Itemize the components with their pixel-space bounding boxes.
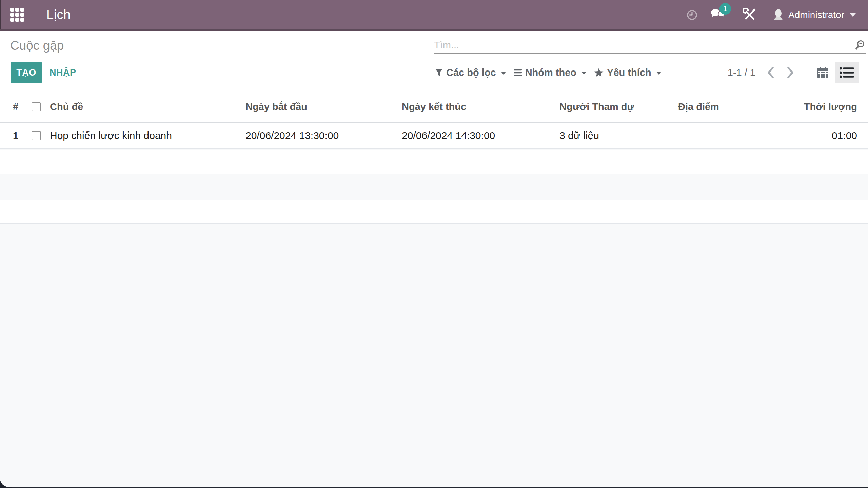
- messages-icon[interactable]: 1: [711, 8, 726, 21]
- favorites-button[interactable]: Yêu thích: [594, 67, 662, 78]
- pager-next-icon[interactable]: [787, 66, 794, 79]
- group-by-button[interactable]: Nhóm theo: [514, 67, 587, 78]
- developer-tools-icon[interactable]: [743, 8, 756, 21]
- empty-row: [0, 150, 868, 174]
- header-subject[interactable]: Chủ đề: [50, 101, 245, 113]
- pager-range: 1-1 / 1: [728, 67, 755, 78]
- import-button[interactable]: NHẬP: [50, 62, 76, 83]
- favorites-caret-icon: [656, 72, 662, 75]
- app-window: Lịch 1: [0, 0, 868, 488]
- row-index: 1: [0, 130, 28, 141]
- create-button[interactable]: TẠO: [11, 62, 42, 83]
- header-start-date[interactable]: Ngày bắt đầu: [245, 101, 402, 113]
- row-checkbox[interactable]: [32, 131, 41, 140]
- pager: 1-1 / 1: [728, 62, 859, 83]
- row-select: [28, 131, 50, 140]
- list-icon: [840, 67, 854, 78]
- pager-previous-icon[interactable]: [767, 66, 774, 79]
- app-title: Lịch: [46, 7, 71, 22]
- group-by-caret-icon: [581, 72, 587, 75]
- row-duration: 01:00: [797, 130, 868, 141]
- calendar-view-button[interactable]: [811, 62, 835, 83]
- list-view-button[interactable]: [835, 62, 859, 83]
- favorite-star-icon: [594, 68, 604, 77]
- header-select-all: [28, 102, 50, 111]
- empty-row: [0, 200, 868, 224]
- control-panel: Cuộc gặp TẠO NHẬP Các bộ lọc: [0, 30, 868, 92]
- list-header-row: # Chủ đề Ngày bắt đầu Ngày kết thúc Ngườ…: [0, 92, 868, 123]
- calendar-icon: [817, 67, 828, 78]
- user-menu-caret-icon: [850, 13, 856, 17]
- filter-funnel-icon: [435, 69, 443, 77]
- apps-menu-icon[interactable]: [10, 8, 24, 22]
- select-all-checkbox[interactable]: [32, 102, 41, 111]
- user-menu[interactable]: Administrator: [774, 9, 856, 20]
- message-count-badge: 1: [719, 3, 731, 15]
- table-row[interactable]: 1 Họp chiến lược kinh doanh 20/06/2024 1…: [0, 123, 868, 149]
- search-input[interactable]: [434, 38, 841, 52]
- row-end-date: 20/06/2024 14:30:00: [402, 130, 559, 141]
- header-end-date[interactable]: Ngày kết thúc: [402, 101, 559, 113]
- row-attendees: 3 dữ liệu: [559, 130, 678, 141]
- view-switcher: [811, 62, 859, 83]
- activities-clock-icon[interactable]: [686, 9, 698, 21]
- topbar: Lịch 1: [0, 0, 868, 30]
- search-box: [434, 38, 866, 54]
- topbar-right: 1 Administrator: [686, 0, 868, 29]
- filter-bar: Các bộ lọc Nhóm theo Yêu thích: [435, 62, 669, 83]
- window-edge: [0, 0, 1, 29]
- filters-caret-icon: [501, 72, 506, 75]
- row-subject: Họp chiến lược kinh doanh: [50, 130, 245, 141]
- breadcrumb: Cuộc gặp: [10, 39, 64, 53]
- header-location[interactable]: Địa điểm: [678, 101, 797, 113]
- header-duration[interactable]: Thời lượng: [797, 101, 868, 113]
- search-icon[interactable]: [854, 40, 865, 52]
- row-start-date: 20/06/2024 13:30:00: [245, 130, 402, 141]
- group-by-icon: [514, 69, 522, 76]
- filters-button[interactable]: Các bộ lọc: [435, 67, 506, 78]
- empty-row: [0, 175, 868, 199]
- header-attendees[interactable]: Người Tham dự: [559, 101, 678, 113]
- user-name: Administrator: [788, 9, 844, 20]
- user-avatar: [774, 9, 783, 20]
- header-index: #: [0, 101, 28, 113]
